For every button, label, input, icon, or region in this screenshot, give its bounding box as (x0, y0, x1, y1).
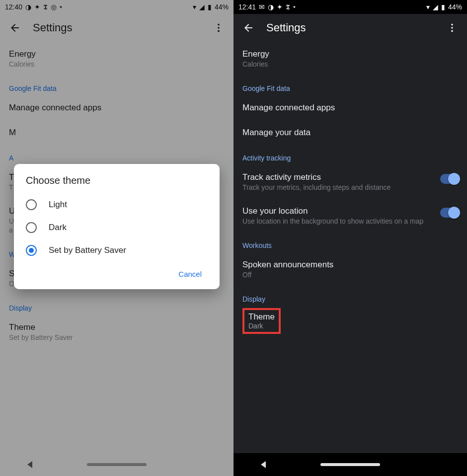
radio-label: Set by Battery Saver (49, 245, 126, 255)
dialog-title: Choose theme (26, 175, 208, 186)
item-subtitle: Calories (242, 60, 458, 69)
settings-content: Energy Calories Google Fit data Manage c… (234, 42, 467, 334)
wifi-icon: ▾ (426, 3, 430, 11)
toggle-use-location[interactable] (440, 208, 458, 218)
section-google-fit-data: Google Fit data (242, 76, 458, 95)
item-title: Theme (248, 312, 275, 322)
nav-home-pill[interactable] (320, 463, 380, 466)
item-theme-highlighted[interactable]: Theme Dark (242, 306, 458, 334)
item-manage-your-data[interactable]: Manage your data (242, 120, 458, 145)
item-subtitle: Use location in the background to show a… (242, 217, 432, 226)
choose-theme-dialog: Choose theme Light Dark Set by Battery S… (14, 164, 220, 289)
overflow-menu-icon[interactable] (443, 19, 461, 37)
toggle-track-metrics[interactable] (440, 174, 458, 184)
section-workouts: Workouts (242, 233, 458, 252)
statusbar: 12:41 ✉ ◑ ✦ 𝕿 • ▾ ◢ ▮ 44% (234, 0, 467, 14)
radio-icon (26, 245, 37, 256)
app-toolbar: Settings (234, 14, 467, 42)
clock-text: 12:41 (238, 3, 256, 11)
item-subtitle: Off (242, 270, 458, 279)
item-title: Spoken announcements (242, 259, 458, 270)
radio-option-light[interactable]: Light (26, 193, 208, 216)
svg-point-4 (451, 27, 453, 29)
radio-option-battery-saver[interactable]: Set by Battery Saver (26, 239, 208, 262)
item-energy[interactable]: Energy Calories (242, 42, 458, 76)
section-display: Display (242, 286, 458, 306)
nav-empty-slot (435, 462, 440, 467)
item-subtitle: Dark (248, 322, 275, 330)
item-title: Energy (242, 49, 458, 60)
section-activity-tracking: Activity tracking (242, 145, 458, 165)
screenshot-left: 12:40 ◑ ✦ 𝕿 ◎ • ▾ ◢ ▮ 44% Settings (0, 0, 234, 476)
item-title: Track activity metrics (242, 172, 432, 183)
radio-label: Light (49, 200, 67, 210)
nav-back-icon[interactable] (261, 461, 266, 468)
item-spoken-announcements[interactable]: Spoken announcements Off (242, 252, 458, 286)
back-arrow-icon[interactable] (239, 19, 257, 37)
radio-icon (26, 222, 37, 233)
radio-option-dark[interactable]: Dark (26, 216, 208, 239)
weather-icon: ◑ (268, 3, 274, 11)
fit-icon: ✦ (277, 3, 283, 11)
navigation-bar (234, 453, 467, 476)
item-title: Manage connected apps (242, 102, 458, 113)
nyt-icon: 𝕿 (286, 3, 290, 11)
radio-icon (26, 199, 37, 210)
radio-label: Dark (49, 223, 67, 233)
screen-title: Settings (266, 21, 443, 34)
item-track-activity-metrics[interactable]: Track activity metrics Track your metric… (242, 165, 458, 199)
svg-point-3 (451, 24, 453, 26)
battery-percent: 44% (448, 3, 462, 11)
item-title: Manage your data (242, 127, 458, 138)
item-manage-connected-apps[interactable]: Manage connected apps (242, 95, 458, 120)
item-title: Use your location (242, 206, 432, 217)
screenshot-right: 12:41 ✉ ◑ ✦ 𝕿 • ▾ ◢ ▮ 44% Settings (234, 0, 467, 476)
signal-icon: ◢ (433, 3, 438, 11)
battery-icon: ▮ (441, 3, 445, 11)
more-notifications-dot: • (293, 3, 296, 11)
item-use-your-location[interactable]: Use your location Use location in the ba… (242, 199, 458, 233)
cancel-button[interactable]: Cancel (172, 266, 208, 282)
svg-point-5 (451, 30, 453, 32)
gmail-icon: ✉ (259, 3, 265, 11)
item-subtitle: Track your metrics, including steps and … (242, 183, 432, 192)
